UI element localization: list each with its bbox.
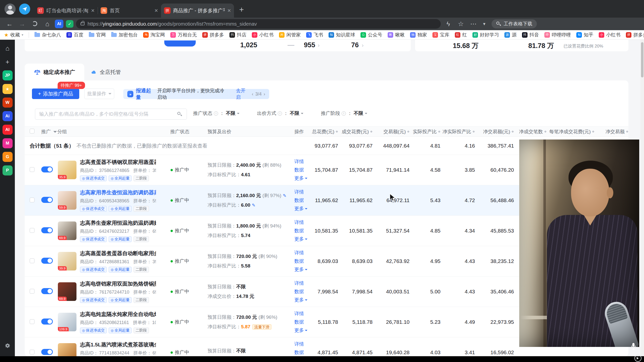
op-link-data[interactable]: 数据 (294, 288, 310, 295)
header-metric[interactable]: 成交花费(元) (338, 128, 373, 135)
app-plugin[interactable]: P (3, 165, 13, 175)
refresh-icon[interactable] (30, 20, 40, 28)
bookmark-item[interactable]: 独独家 (410, 32, 427, 38)
new-tab-button[interactable]: + (236, 4, 247, 15)
sort-icon[interactable] (438, 129, 440, 134)
product-title[interactable]: 志高煮蛋器不锈钢双层家用蒸蛋器自动断电蒸... (80, 159, 156, 166)
op-link-detail[interactable]: 详情 (294, 219, 310, 226)
add-promotion-button[interactable]: +添加推广商品 (32, 88, 79, 99)
filter-funnel-icon[interactable] (53, 131, 57, 134)
product-title[interactable]: 志高蒸蛋器煮蛋器自动断电家用多功能鸡蛋定... (80, 250, 156, 257)
promotion-toggle[interactable] (41, 197, 53, 203)
tab-close-icon[interactable]: × (91, 7, 95, 14)
bookmark-item[interactable]: 公公众号 (360, 32, 382, 38)
select-all-checkbox[interactable] (30, 129, 34, 133)
op-link-data[interactable]: 数据 (294, 167, 310, 173)
app-green[interactable]: JP (3, 70, 13, 80)
header-metric[interactable]: 净实际投产比 (440, 128, 475, 135)
url-bar[interactable]: https://yingxiao.pinduoduo.com/goods/pro… (76, 19, 441, 29)
op-link-data[interactable]: 数据 (294, 349, 310, 356)
op-link-detail[interactable]: 详情 (294, 158, 310, 165)
op-link-detail[interactable]: 详情 (294, 280, 310, 287)
op-link-detail[interactable]: 详情 (294, 341, 310, 347)
op-link-data[interactable]: 数据 (294, 319, 310, 325)
op-link-data[interactable]: 数据 (294, 197, 310, 204)
op-link-detail[interactable]: 详情 (294, 250, 310, 256)
row-checkbox[interactable] (30, 350, 34, 354)
lightning-icon[interactable]: ϟ (443, 20, 453, 28)
sort-icon[interactable] (544, 129, 547, 134)
bookmark-item[interactable]: 小小红书 (599, 32, 620, 38)
bookmark-item[interactable]: 知知识星球 (329, 32, 355, 38)
pager-prev-icon[interactable]: ‹ (252, 92, 253, 97)
pinned-tab[interactable] (19, 4, 30, 15)
bookmark-item[interactable]: 小小红书 (252, 32, 273, 38)
bookmark-item[interactable]: 拼拼多多 (626, 32, 644, 38)
promotion-toggle[interactable] (41, 288, 53, 294)
edit-budget-icon[interactable]: ✎ (283, 193, 286, 198)
promotion-toggle[interactable] (41, 166, 53, 172)
header-metric[interactable]: 总花费(元) (310, 128, 338, 135)
filter-dropdown[interactable]: 推广阶段i：不限 (321, 110, 367, 117)
bookmark-item[interactable]: 好好好学习 (472, 32, 499, 38)
tab-close-icon[interactable]: × (154, 7, 158, 14)
tab-close-icon[interactable]: × (227, 7, 231, 14)
bookmark-item[interactable]: 飞飞书 (306, 32, 323, 38)
row-checkbox[interactable] (30, 289, 34, 294)
sort-icon[interactable] (626, 129, 628, 134)
back-icon[interactable]: ← (5, 20, 15, 28)
bookmark-item[interactable]: 宝宝库 (432, 32, 449, 38)
product-title[interactable]: 志高1.5L蒸汽喷淋式煮茶器玻璃全自动保温电热... (80, 341, 156, 348)
home-icon[interactable]: ⌂ (3, 43, 13, 53)
sort-icon[interactable] (370, 129, 373, 134)
bookmark-item[interactable]: ★收藏▾ (4, 32, 23, 38)
header-metric[interactable]: 交易额(元) (373, 128, 410, 135)
bookmark-item[interactable]: 源源 (504, 32, 516, 38)
promotion-toggle[interactable] (41, 319, 53, 325)
filter-dropdown[interactable]: 推广状态i：不限 (193, 110, 239, 117)
header-metric[interactable]: 净成交笔数 (514, 128, 547, 135)
settings-gear-icon[interactable] (3, 341, 13, 351)
boost-open-link[interactable]: 去开启 (236, 87, 249, 101)
replay-icon[interactable] (634, 355, 641, 362)
scrollbar[interactable] (640, 40, 644, 356)
edit-roi-icon[interactable]: ✎ (252, 203, 255, 208)
header-metric[interactable]: 实际投产比 (410, 128, 440, 135)
tab-full-hosting[interactable]: 全店托管 (84, 64, 127, 80)
bookmark-item[interactable]: 闲闲管家 (279, 32, 301, 38)
ai-extension-icon[interactable]: AI (55, 20, 63, 28)
promotion-toggle[interactable] (41, 258, 53, 264)
app-star[interactable]: ★ (3, 84, 13, 94)
lock-icon[interactable] (80, 22, 85, 25)
toolbar-caret-icon[interactable]: ▾ (481, 21, 488, 27)
filter-dropdown[interactable]: 出价方式i：不限 (257, 110, 303, 117)
op-link-more[interactable]: 更多 (294, 236, 310, 242)
bookmark-item[interactable]: 知知乎 (576, 32, 593, 38)
op-link-data[interactable]: 数据 (294, 228, 310, 234)
bookmark-item[interactable]: 哔哔哩哔哩 (544, 32, 571, 38)
app-red[interactable]: W (3, 98, 13, 108)
app-blue-ai[interactable]: Ai (3, 111, 13, 121)
clipped-blue-button[interactable] (164, 40, 196, 47)
home-icon[interactable]: ⌂ (42, 20, 52, 28)
pager-next-icon[interactable]: › (264, 92, 265, 97)
bookmark-item[interactable]: 淘淘宝网 (143, 32, 165, 38)
bookmark-item[interactable]: 啾啾啾 (388, 32, 405, 38)
header-metric[interactable]: 净交易额(元) (475, 128, 514, 135)
sort-icon[interactable] (472, 129, 475, 134)
bookmark-item[interactable]: 拼拼多多 (202, 32, 224, 38)
sort-icon[interactable] (336, 129, 338, 134)
add-icon[interactable]: + (3, 57, 13, 67)
op-link-more[interactable]: 更多 (294, 327, 310, 334)
op-link-more[interactable]: 更多 (294, 175, 310, 182)
bookmark-item[interactable]: 百百度 (66, 32, 83, 38)
forward-icon[interactable]: → (17, 20, 27, 28)
op-link-more[interactable]: 更多 (294, 297, 310, 303)
sort-icon[interactable] (511, 129, 514, 134)
bookmark-item[interactable]: 官网 (89, 32, 106, 38)
bookmark-item[interactable]: 万万相台无 (170, 32, 197, 38)
row-checkbox[interactable] (30, 167, 34, 172)
product-title[interactable]: 志高家用养生壶恒温泡奶调奶器蒸汽喷淋...✎ (80, 189, 156, 196)
promotion-search-input[interactable] (35, 109, 187, 120)
op-link-detail[interactable]: 详情 (294, 189, 310, 195)
